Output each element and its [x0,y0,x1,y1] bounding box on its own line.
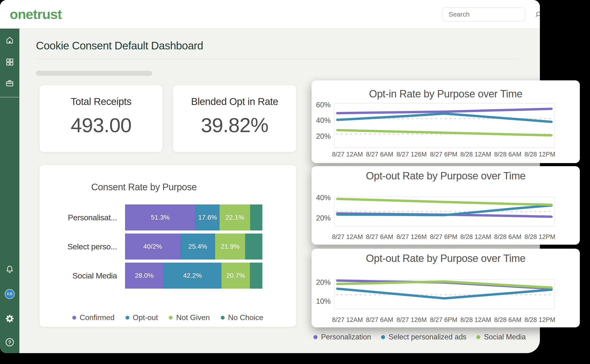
bar-segment-not-given[interactable]: 22.1% [220,204,250,230]
bar-row: Select perso...40/2%25.4%21.9% [39,234,296,260]
onetrust-logo[interactable]: onetrust [10,6,62,23]
search-box [442,7,526,21]
apps-grid-icon [5,58,14,67]
legend-label: Not Given [176,313,210,322]
y-axis-tick-label: 20% [316,278,331,286]
legend-item-personalization[interactable]: Personalization [313,333,371,341]
x-axis-tick-label: 8/28 12PM [525,151,556,158]
opt-out-rate-chart-card-1: Opt-out Rate by Purpose over Time 40%20%… [311,166,580,245]
x-axis-tick-label: 8/27 6PM [430,316,457,323]
bar-segment-no-choice[interactable] [250,263,262,289]
stacked-bar: 28.0%42.2%20.7% [125,263,262,289]
legend-item-confirmed[interactable]: Confirmed [72,313,115,322]
legend-item-no-choice[interactable]: No Choice [221,313,263,322]
line-chart: 40%20%8/27 12AM8/27 6AM8/27 126M8/27 6PM… [311,166,580,245]
x-axis-tick-label: 8/27 126M [397,151,427,158]
legend-item-opt-out[interactable]: Opt-out [125,313,158,322]
title-divider [36,59,518,59]
page-title: Cookie Consent Default Dashboard [36,39,203,52]
stat-label: Total Receipts [71,96,131,107]
bar-segment-confirmed[interactable]: 51.3% [125,204,195,230]
bar-segment-opt-out[interactable]: 17.6% [195,204,220,230]
y-axis-tick-label: 10% [316,297,331,306]
bar-segment-confirmed[interactable]: 40/2% [125,234,180,260]
bar-segment-value: 22.1% [226,214,244,221]
screenshot-canvas: onetrust [0,0,590,364]
legend-dot [221,316,225,319]
line-chart: 20%10%8/27 12AM8/27 6AM8/27 126M8/27 6PM… [311,249,580,327]
x-axis-tick-label: 8/27 6AM [366,233,393,240]
legend-dot [381,335,385,339]
legend-label: Personalization [321,333,371,341]
stacked-bar: 51.3%17.6%22.1% [125,204,262,230]
briefcase-icon [5,79,14,89]
line-chart: 60%40%20%8/27 12AM8/27 6AM8/27 126M8/27 … [311,80,580,163]
sidebar-item-notifications[interactable] [0,265,19,275]
sidebar: KB [0,29,19,353]
x-axis-tick-label: 8/28 12AM [460,233,491,240]
bar-segment-no-choice[interactable] [250,204,262,230]
search-input[interactable] [442,10,534,19]
home-icon [5,36,14,46]
x-axis-tick-label: 8/28 6AM [494,233,522,240]
legend-label: Confirmed [80,313,115,322]
x-axis-tick-label: 8/28 12PM [525,316,556,323]
legend-label: No Choice [228,313,263,322]
x-axis-tick-label: 8/27 12AM [332,316,363,323]
progress-bar [36,71,152,76]
legend-item-not-given[interactable]: Not Given [169,313,210,322]
bar-segment-confirmed[interactable]: 28.0% [125,263,164,289]
x-axis-tick-label: 8/27 12AM [332,151,363,158]
search-icon[interactable] [534,11,540,18]
bar-segment-opt-out[interactable]: 42.2% [164,263,221,289]
x-axis-tick-label: 8/27 12AM [332,233,363,240]
x-axis-tick-label: 8/27 126M [397,233,427,240]
bar-segment-value: 28.0% [135,272,154,280]
stat-value: 493.00 [71,113,131,137]
y-axis-tick-label: 20% [316,214,331,222]
y-axis-tick-label: 40% [316,194,331,202]
svg-text:?: ? [8,339,11,345]
sidebar-item-help[interactable]: ? [0,337,19,348]
bar-category-label: Social Media [44,263,117,289]
bar-category-label: Select perso... [44,234,117,260]
avatar: KB [5,289,15,299]
sidebar-item-workspace[interactable] [0,79,19,89]
sidebar-item-user-avatar[interactable]: KB [0,289,19,299]
legend-item-social-media[interactable]: Social Media [476,333,526,341]
x-axis-tick-label: 8/28 6AM [494,316,522,323]
y-axis-tick-label: 20% [316,132,331,140]
x-axis-tick-label: 8/28 12PM [525,233,556,240]
bar-segment-not-given[interactable]: 20.7% [221,263,250,289]
stat-value: 39.82% [201,113,269,137]
gear-icon [5,314,15,325]
sidebar-item-apps[interactable] [0,58,19,67]
x-axis-tick-label: 8/27 6PM [430,233,457,240]
x-axis-tick-label: 8/27 6AM [366,151,393,158]
legend-dot [125,316,129,319]
bar-segment-opt-out[interactable]: 25.4% [180,234,215,260]
bar-segment-no-choice[interactable] [245,234,262,260]
stat-card-blended-opt-in-rate: Blended Opt in Rate 39.82% [173,84,297,152]
sidebar-item-home[interactable] [0,36,19,46]
bell-icon [5,265,14,275]
bar-segment-value: 17.6% [198,214,217,221]
app-header: onetrust [0,0,540,29]
legend-dot [476,335,480,339]
x-axis-tick-label: 8/28 12AM [460,151,491,158]
bar-segment-value: 20.7% [226,272,245,280]
y-axis-tick-label: 60% [316,101,331,109]
sidebar-item-settings[interactable] [0,314,19,325]
bar-segment-value: 42.2% [183,272,202,280]
legend-item-select-personalized-ads[interactable]: Select personalized ads [381,333,466,341]
x-axis-tick-label: 8/27 126M [397,316,427,323]
x-axis-tick-label: 8/27 6PM [430,151,457,158]
bar-segment-not-given[interactable]: 21.9% [215,234,245,260]
bar-segment-value: 51.3% [151,214,169,221]
y-axis-tick-label: 40% [316,116,331,124]
opt-out-rate-chart-card-2: Opt-out Rate by Purpose over Time 20%10%… [311,249,580,327]
sidebar-divider [0,97,19,98]
bar-segment-value: 40/2% [143,243,162,250]
stacked-bar-chart: Personalisat...51.3%17.6%22.1%Select per… [39,165,296,327]
bar-row: Social Media28.0%42.2%20.7% [39,263,296,289]
